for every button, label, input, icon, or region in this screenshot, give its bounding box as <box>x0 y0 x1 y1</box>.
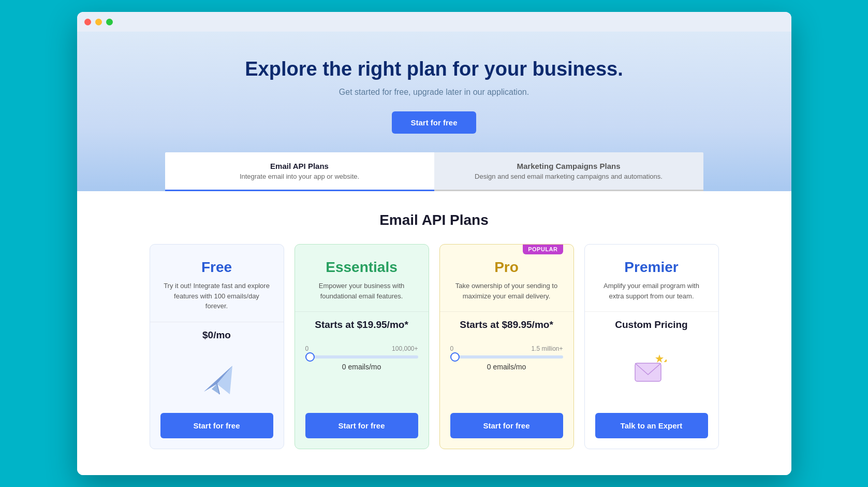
hero-title: Explore the right plan for your business… <box>245 58 623 81</box>
hero-section: Explore the right plan for your business… <box>77 32 791 191</box>
premier-plan-desc: Amplify your email program with extra su… <box>597 281 706 301</box>
free-plan-icon <box>150 355 284 413</box>
pro-plan-pricing: Starts at $89.95/mo* <box>440 311 573 345</box>
essentials-slider-emails: 0 emails/mo <box>305 363 418 376</box>
essentials-slider-min: 0 <box>305 345 309 352</box>
premier-plan-pricing: Custom Pricing <box>585 311 718 345</box>
hero-cta-button[interactable]: Start for free <box>392 111 476 134</box>
pro-plan-name: Pro <box>452 259 561 276</box>
pro-slider-min: 0 <box>450 345 454 352</box>
premier-plan-button[interactable]: Talk to an Expert <box>595 413 708 438</box>
essentials-slider-track[interactable] <box>305 355 418 359</box>
plans-grid: Free Try it out! Integrate fast and expl… <box>150 244 719 449</box>
plan-card-free: Free Try it out! Integrate fast and expl… <box>150 244 284 449</box>
svg-marker-5 <box>655 354 664 363</box>
essentials-slider-labels: 0 100,000+ <box>305 345 418 352</box>
premier-plan-price: Custom Pricing <box>597 319 706 331</box>
pro-slider-thumb[interactable] <box>450 352 460 362</box>
premier-plan-header: Premier Amplify your email program with … <box>585 245 718 311</box>
popular-badge: POPULAR <box>523 244 563 254</box>
tab-email-api[interactable]: Email API Plans Integrate email into you… <box>165 152 434 191</box>
pro-slider-max: 1.5 million+ <box>531 345 563 352</box>
close-button[interactable] <box>84 19 91 25</box>
pro-slider-area: 0 1.5 million+ 0 emails/mo <box>440 345 573 376</box>
minimize-button[interactable] <box>95 19 102 25</box>
essentials-plan-desc: Empower your business with foundational … <box>307 281 416 301</box>
tab-marketing-label: Marketing Campaigns Plans <box>445 162 693 170</box>
pro-slider-emails: 0 emails/mo <box>450 363 563 376</box>
premier-plan-icon <box>585 345 718 403</box>
plan-card-premier: Premier Amplify your email program with … <box>584 244 719 449</box>
main-content: Email API Plans Free Try it out! Integra… <box>77 191 791 475</box>
free-plan-name: Free <box>163 259 271 276</box>
titlebar <box>77 12 791 32</box>
maximize-button[interactable] <box>106 19 113 25</box>
essentials-slider-thumb[interactable] <box>305 352 315 362</box>
hero-subtitle: Get started for free, upgrade later in o… <box>339 88 529 97</box>
tab-marketing[interactable]: Marketing Campaigns Plans Design and sen… <box>434 152 703 191</box>
premier-plan-name: Premier <box>597 259 706 276</box>
essentials-slider-max: 100,000+ <box>392 345 418 352</box>
essentials-plan-price: Starts at $19.95/mo* <box>307 319 416 331</box>
free-plan-desc: Try it out! Integrate fast and explore f… <box>163 281 271 311</box>
tab-email-api-label: Email API Plans <box>175 162 424 170</box>
tab-marketing-desc: Design and send email marketing campaign… <box>445 173 693 180</box>
section-title: Email API Plans <box>379 212 489 228</box>
tab-email-api-desc: Integrate email into your app or website… <box>175 173 424 180</box>
plan-tabs: Email API Plans Integrate email into you… <box>165 152 703 191</box>
pro-slider-labels: 0 1.5 million+ <box>450 345 563 352</box>
plan-card-pro: POPULAR Pro Take ownership of your sendi… <box>439 244 574 449</box>
pro-plan-header: Pro Take ownership of your sending to ma… <box>440 245 573 311</box>
essentials-plan-button[interactable]: Start for free <box>305 413 418 438</box>
essentials-plan-pricing: Starts at $19.95/mo* <box>295 311 429 345</box>
free-plan-price: $0/mo <box>163 330 271 341</box>
plan-card-essentials: Essentials Empower your business with fo… <box>295 244 429 449</box>
browser-window: Explore the right plan for your business… <box>77 12 791 475</box>
free-plan-pricing: $0/mo <box>150 322 284 355</box>
free-plan-button[interactable]: Start for free <box>160 413 273 438</box>
essentials-plan-header: Essentials Empower your business with fo… <box>295 245 429 311</box>
free-plan-header: Free Try it out! Integrate fast and expl… <box>150 245 284 322</box>
essentials-slider-area: 0 100,000+ 0 emails/mo <box>295 345 429 376</box>
essentials-plan-name: Essentials <box>307 259 416 276</box>
pro-plan-desc: Take ownership of your sending to maximi… <box>452 281 561 301</box>
pro-plan-button[interactable]: Start for free <box>450 413 563 438</box>
svg-rect-4 <box>635 363 661 381</box>
pro-slider-track[interactable] <box>450 355 563 359</box>
pro-plan-price: Starts at $89.95/mo* <box>452 319 561 331</box>
